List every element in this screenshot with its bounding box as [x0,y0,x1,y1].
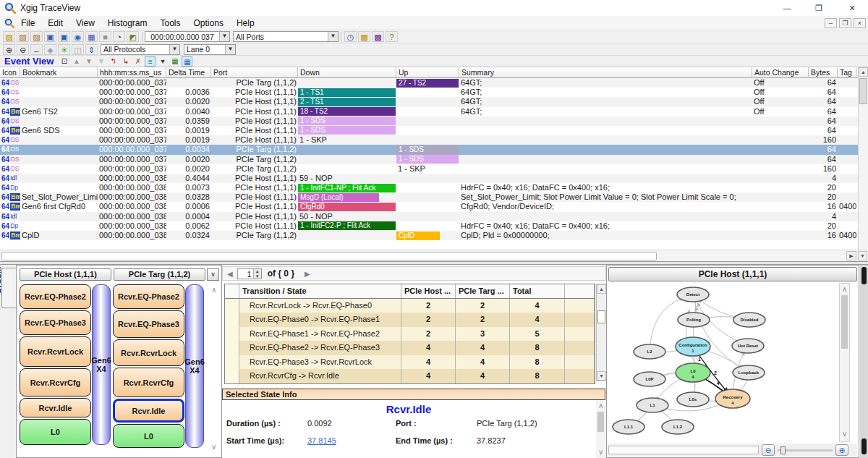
diagram-node-disabled[interactable]: Disabled [733,313,765,327]
vscroll-thumb[interactable] [859,78,867,104]
table-row[interactable]: 64OS000:00:00.000_0370.0020PCIe Targ (1,… [0,155,868,164]
jump-back-icon[interactable]: ↰ [108,56,119,67]
table-row[interactable]: 64Idl000:00:00.000_0380.0004PCIe Host (1… [0,212,868,221]
table-row[interactable]: 64BmGen6 first CfgRd0000:00:00.000_0380.… [0,202,868,211]
diagram-node-l0[interactable]: L04 [676,363,710,382]
table-row[interactable]: 64BmGen6 TS2000:00:00.000_0370.0040PCIe … [0,107,868,116]
ltssm-state-rcvr-rcvrlock[interactable]: Rcvr.RcvrLock [20,336,91,367]
maximize-button[interactable]: ❐ [803,0,835,16]
hscroll-thumb[interactable] [1,252,657,260]
ltssm-state-rcvr-eq-phase2[interactable]: Rcvr.EQ-Phase2 [113,284,184,309]
table-row[interactable]: 64OS000:00:00.000_0370.0020PCIe Host (1,… [0,97,868,106]
ltssm-state-rcvr-rcvrcfg[interactable]: Rcvr.RcvrCfg [113,368,184,397]
table-row[interactable]: 64OS000:00:00.000_0370.0020PCIe Targ (1,… [0,164,868,174]
scroll-right-icon[interactable]: ▶ [846,251,856,260]
menu-item-view[interactable]: View [69,16,101,30]
info-scrollbar[interactable]: ∧ ∨ [596,400,606,458]
menu-item-help[interactable]: Help [230,16,261,30]
protocols-combo-arrow[interactable]: ▼ [169,45,179,54]
info-scroll-down-icon[interactable]: ∨ [598,448,603,456]
table-row[interactable]: 64OS000:00:00.000_0370.0036PCIe Host (1,… [0,88,868,97]
transition-row[interactable]: Rcvr.EQ-Phase3 -> Rcvr.RcvrLock448 [225,355,595,370]
column-header-hhh-mm-ss-ms-us[interactable]: hhh:mm:ss.ms_us [98,67,166,78]
save-all-icon[interactable]: ▣ [58,31,70,42]
diagram-node-config[interactable]: Configuration1 [676,337,710,356]
report-grid-icon[interactable]: ▦ [169,56,180,67]
table-row[interactable]: 64Dp000:00:00.000_0380.0073PCIe Host (1,… [0,183,868,192]
diagram-scroll-down-icon[interactable]: ∨ [842,430,847,438]
menu-item-tools[interactable]: Tools [154,16,187,30]
stop-icon[interactable]: ■ [99,31,111,42]
save-icon[interactable]: ▣ [44,31,56,42]
ltssm-state-diagram[interactable]: 124DetectPollingDisabledConfiguration1Ho… [608,283,838,442]
time-combo-arrow[interactable]: ▼ [219,32,229,41]
ltssm-state-rcvr-eq-phase3[interactable]: Rcvr.EQ-Phase3 [113,310,184,338]
snapshot-icon[interactable]: ◩ [127,31,139,42]
zoom-slider-thumb[interactable] [780,446,786,454]
column-header-bookmark[interactable]: Bookmark [20,67,98,78]
start-time-link[interactable]: 37.8145 [307,436,336,445]
table-row[interactable]: 64OS000:00:00.000_0370.0034PCIe Targ (1,… [0,145,868,154]
open-insert-icon[interactable]: ▨ [17,31,29,42]
lane-combo[interactable]: Lane 0 ▼ [184,44,236,55]
prev-event-icon[interactable]: ▲ [71,56,82,67]
find-event-icon[interactable]: ⊡ [59,56,69,67]
mdi-close-button[interactable]: × [854,18,866,28]
nav-next-icon[interactable]: ▶ [305,270,310,278]
diagram-node-polling[interactable]: Polling [678,313,710,327]
diagram-node-l0s[interactable]: L0s [677,392,709,407]
scroll-up-icon[interactable]: ▲ [859,67,868,77]
transition-row[interactable]: Rcvr.RcvrLock -> Rcvr.EQ-Phase0224 [225,299,595,313]
traffic-dropdown-icon[interactable]: ▾ [157,56,168,67]
ltssm-link-header[interactable]: PCIe Targ (1,1,2) [114,268,205,281]
table-row[interactable]: 64BmGen6 SDS000:00:00.000_0370.0019PCIe … [0,126,868,135]
next-event-icon[interactable]: ▼ [83,56,94,67]
diagram-scroll-thumb[interactable] [841,295,848,349]
strip-handle-top[interactable] [861,267,867,284]
ltssm-state-rcvr-eq-phase2[interactable]: Rcvr.EQ-Phase2 [20,284,91,309]
protocol-view-icon[interactable]: ▩ [372,31,384,42]
ltssm-state-l0[interactable]: L0 [113,424,184,448]
zoom-out-button[interactable]: ⊖ [762,444,775,456]
filter-icon[interactable]: ▼ [95,56,106,67]
table-row[interactable]: 64OS000:00:00.000_0370.0019PCIe Host (1,… [0,135,868,145]
strip-handle-bottom[interactable] [861,438,867,454]
diagram-node-hotreset[interactable]: Hot Reset [732,339,764,353]
transition-row[interactable]: Rcvr.RcvrCfg -> Rcvr.Idle448 [225,369,595,383]
table-row[interactable]: 64BmCplD000:00:00.000_0380.0324PCIe Targ… [0,231,868,240]
diagram-scroll-up-icon[interactable]: ∧ [842,285,847,293]
error-nav-icon[interactable]: ✗ [132,56,143,67]
grid-vertical-scrollbar[interactable]: ▲ [858,67,868,250]
close-button[interactable]: ✕ [836,0,868,16]
ltssm-link-dropdown-icon[interactable]: ∨ [207,268,219,281]
timer-icon[interactable]: ◔ [113,31,125,42]
ports-combo[interactable]: All Ports ▼ [233,31,339,42]
transition-scroll-down-icon[interactable]: ▼ [597,371,606,381]
transition-row[interactable]: Rcvr.EQ-Phase2 -> Rcvr.EQ-Phase3448 [225,341,595,355]
capture-icon[interactable]: ◉ [72,31,84,42]
report-grid-active-icon[interactable]: ▦ [182,56,192,67]
spinner-arrows-icon[interactable]: ▲▼ [253,269,261,279]
collapsed-panel-strip[interactable] [860,265,868,458]
tag-icon[interactable]: ◈ [44,44,56,55]
scroll-down-icon[interactable]: ▼ [858,251,867,260]
open-file-icon[interactable]: ▨ [3,31,15,42]
diagram-node-l2[interactable]: L2 [634,344,665,359]
zoom-slider[interactable] [778,449,833,451]
updown-icon[interactable]: ⇕ [85,44,98,55]
ltssm-scroll-down-icon[interactable]: ∨ [211,443,216,451]
mdi-restore-button[interactable]: ❐ [839,18,851,28]
column-header-summary[interactable]: Summary [459,67,752,78]
transition-scrollbar[interactable]: ▲ ▼ [596,284,607,381]
ltssm-scroll-up-icon[interactable]: ∧ [211,286,216,294]
diagram-vertical-scrollbar[interactable]: ∧ ∨ [839,283,850,442]
zoom-out-icon[interactable]: ⊖ [17,44,29,55]
ltssm-state-rcvr-idle[interactable]: Rcvr.Idle [20,398,91,417]
help-icon[interactable]: ? [386,31,398,42]
minimize-button[interactable]: — [771,0,803,16]
column-header-port[interactable]: Port [211,67,298,78]
transition-scroll-up-icon[interactable]: ▲ [597,284,606,294]
info-scroll-thumb[interactable] [597,412,604,432]
transition-row[interactable]: Rcvr.EQ-Phase0 -> Rcvr.EQ-Phase1224 [225,313,595,327]
marker-icon[interactable]: ✳ [58,44,70,55]
